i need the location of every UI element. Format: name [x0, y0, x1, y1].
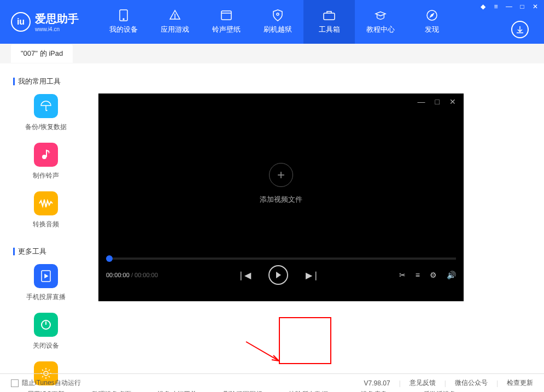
- tool-backup-restore[interactable]: 备份/恢复数据: [13, 94, 79, 132]
- svg-rect-4: [324, 13, 335, 20]
- logo: iu 爱思助手 www.i4.cn: [11, 11, 79, 32]
- maximize-icon[interactable]: □: [518, 2, 527, 11]
- device-tabs: "007" 的 iPad: [0, 44, 544, 63]
- music-note-icon: +: [34, 143, 58, 167]
- phone-icon: [118, 9, 130, 21]
- player-close-icon[interactable]: ✕: [449, 97, 456, 106]
- apps-icon: [169, 9, 181, 21]
- add-video-label: 添加视频文件: [260, 195, 302, 204]
- app-header: iu 爱思助手 www.i4.cn 我的设备 应用游戏 铃声壁纸 刷机越狱 工具…: [0, 0, 544, 44]
- player-controls: 00:00:00 / 00:00:00 ❘◀ ▶❘ ✂ ≡ ⚙ 🔊: [98, 260, 464, 290]
- wallpaper-icon: [220, 9, 232, 21]
- download-button[interactable]: [511, 21, 529, 38]
- waveform-icon: [34, 191, 58, 215]
- toolbox-icon: [323, 9, 335, 21]
- pin-icon[interactable]: ◆: [478, 2, 487, 11]
- window-controls: ◆ ≡ — □ ✕: [478, 2, 540, 11]
- prev-track-icon[interactable]: ❘◀: [237, 270, 251, 280]
- player-maximize-icon[interactable]: □: [435, 97, 440, 106]
- nav-apps[interactable]: 应用游戏: [149, 0, 201, 44]
- download-icon: [516, 25, 524, 34]
- video-player-window: — □ ✕ + 添加视频文件 00:00:00 / 00:00:00 ❘◀ ▶❘…: [98, 93, 464, 301]
- power-icon: [34, 313, 58, 337]
- check-update-link[interactable]: 检查更新: [507, 378, 533, 388]
- nav-tutorials[interactable]: 教程中心: [355, 0, 406, 44]
- tool-shutdown[interactable]: 关闭设备: [13, 313, 79, 350]
- player-progress[interactable]: [106, 258, 456, 260]
- progress-handle-icon[interactable]: [106, 255, 113, 262]
- logo-url: www.i4.cn: [35, 26, 79, 32]
- next-track-icon[interactable]: ▶❘: [306, 270, 319, 280]
- tool-screen-mirror[interactable]: 手机投屏直播: [13, 264, 79, 302]
- wechat-link[interactable]: 微信公众号: [455, 378, 488, 388]
- tool-make-ringtone[interactable]: + 制作铃声: [13, 143, 79, 180]
- svg-text:+: +: [48, 150, 50, 155]
- player-time: 00:00:00 / 00:00:00: [106, 272, 158, 278]
- menu-icon[interactable]: ≡: [492, 2, 500, 11]
- nav-toolbox[interactable]: 工具箱: [303, 0, 355, 44]
- feedback-link[interactable]: 意见反馈: [410, 378, 436, 388]
- play-button[interactable]: [268, 265, 288, 285]
- nav-my-device[interactable]: 我的设备: [98, 0, 149, 44]
- block-itunes-label: 阻止iTunes自动运行: [22, 378, 81, 388]
- tool-convert-audio[interactable]: 转换音频: [13, 191, 79, 229]
- version-label: V7.98.07: [364, 379, 390, 387]
- logo-title: 爱思助手: [35, 11, 79, 26]
- volume-icon[interactable]: 🔊: [447, 271, 456, 279]
- minimize-icon[interactable]: —: [505, 2, 513, 11]
- svg-point-1: [123, 19, 124, 20]
- device-tab[interactable]: "007" 的 iPad: [11, 44, 73, 63]
- logo-icon: iu: [11, 12, 31, 32]
- shield-icon: [272, 9, 284, 21]
- nav-jailbreak[interactable]: 刷机越狱: [252, 0, 303, 44]
- nav-ringtones[interactable]: 铃声壁纸: [201, 0, 252, 44]
- scissors-icon[interactable]: ✂: [399, 271, 406, 279]
- player-titlebar: — □ ✕: [98, 93, 464, 110]
- add-video-button[interactable]: +: [269, 163, 293, 187]
- block-itunes-checkbox[interactable]: [11, 379, 19, 387]
- svg-point-6: [42, 155, 46, 159]
- playlist-icon[interactable]: ≡: [416, 271, 420, 279]
- section-common-tools: 我的常用工具: [13, 77, 531, 86]
- close-icon[interactable]: ✕: [531, 2, 540, 11]
- settings-icon[interactable]: ⚙: [430, 271, 437, 279]
- umbrella-icon: [34, 94, 58, 118]
- main-nav: 我的设备 应用游戏 铃声壁纸 刷机越狱 工具箱 教程中心 发现: [98, 0, 458, 44]
- compass-icon: [426, 9, 438, 21]
- status-bar: 阻止iTunes自动运行 V7.98.07 | 意见反馈 | 微信公众号 | 检…: [0, 373, 544, 392]
- player-minimize-icon[interactable]: —: [418, 97, 425, 106]
- play-file-icon: [34, 264, 58, 288]
- svg-rect-2: [221, 11, 231, 20]
- svg-point-3: [277, 13, 279, 15]
- graduation-icon: [375, 9, 387, 21]
- player-drop-area[interactable]: + 添加视频文件: [98, 110, 464, 258]
- nav-discover[interactable]: 发现: [406, 0, 458, 44]
